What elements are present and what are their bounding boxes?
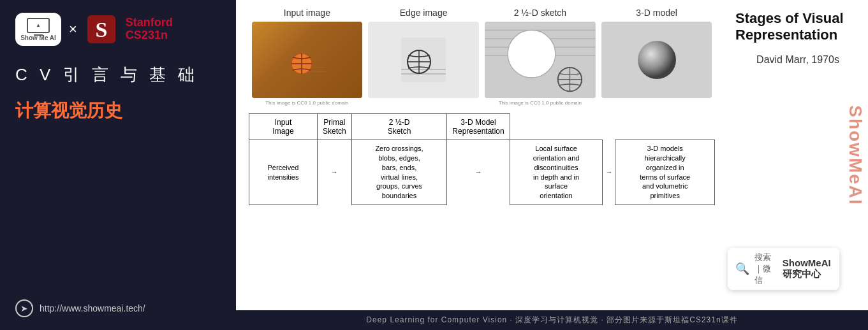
basketball-svg [288,41,326,79]
sidebar-title: C V 引 言 与 基 础 [15,64,221,86]
footer-text: Deep Learning for Computer Vision · 深度学习… [366,315,737,324]
sketch-image-label: 2 ½-D sketch [514,8,566,18]
sketch-image-placeholder [485,22,596,98]
table-cell-1-1: Perceivedintensities [249,140,318,205]
table-arrow-1: → [317,140,351,205]
edge-bg [368,22,479,98]
model-bg [601,22,712,98]
stage-table: InputImage PrimalSketch 2 ½-DSketch 3-D … [249,113,715,205]
input-image-caption: This image is CC0 1.0 public domain [265,100,348,106]
svg-text:S: S [95,18,107,41]
table-header-col1: InputImage [249,114,318,140]
sidebar-url[interactable]: http://www.showmeai.tech/ [40,303,145,313]
input-image-placeholder [252,22,363,98]
stages-title: Stages of Visual Representation [735,10,860,44]
table-arrow-3: → [603,140,615,205]
stanford-badge: S [85,13,118,46]
table-arrow-2: → [447,140,510,205]
stanford-info: Stanford CS231n [126,17,173,43]
sidebar-bottom: ➤ http://www.showmeai.tech/ [15,299,221,317]
model-image-label: 3-D model [636,8,677,18]
table-cell-1-4: 3-D modelshierarchicallyorganized interm… [615,140,715,205]
table-header-row: InputImage PrimalSketch 2 ½-DSketch 3-D … [249,114,715,140]
model-image-col: 3-D model [598,8,715,106]
input-image-label: Input image [284,8,330,18]
sketch-image-caption: This image is CC0 1.0 public domain [499,100,582,106]
table-cell-1-2: Zero crossings,blobs, edges,bars, ends,v… [351,140,447,205]
model-image-caption: . [656,100,658,106]
footer: Deep Learning for Computer Vision · 深度学习… [236,310,868,330]
edge-image-caption: . [423,100,424,106]
david-marr-text: David Marr, 1970s [735,54,860,66]
svg-point-14 [508,30,555,78]
sidebar-subtitle: 计算视觉历史 [15,99,221,123]
input-image-col: Input image [249,8,365,106]
watermark-text: ShowMeAI [845,105,865,206]
table-section: InputImage PrimalSketch 2 ½-DSketch 3-D … [236,111,728,310]
wechat-search-icon: 🔍 [735,262,749,276]
table-header-col3: 2 ½-DSketch [351,114,447,140]
arrow-icon: ➤ [15,299,33,317]
model-svg [631,34,682,85]
monitor-icon [27,18,50,33]
sketch-svg [485,22,596,98]
table-header-col4: 3-D ModelRepresentation [447,114,510,140]
edge-image-label: Edge image [400,8,448,18]
x-separator: × [69,21,77,38]
stanford-course: CS231n [126,29,168,42]
model-image-placeholder [601,22,712,98]
edge-image-placeholder [368,22,479,98]
table-content-row: Perceivedintensities → Zero crossings,bl… [249,140,715,205]
svg-point-16 [638,41,676,79]
edge-svg [401,38,446,82]
images-row: Input image [236,0,728,111]
table-cell-1-3: Local surfaceorientation anddiscontinuit… [510,140,603,205]
stanford-s-icon: S [85,13,118,46]
wechat-search-text: 搜索｜微信 [754,252,777,286]
watermark: ShowMeAI [842,0,868,310]
right-panel: Stages of Visual Representation David Ma… [728,0,868,310]
wechat-brand: ShowMeAI 研究中心 [783,257,832,280]
sketch-image-col: 2 ½-D sketch [482,8,599,106]
sidebar: Show Me AI × S Stanford CS231n C V 引 言 与… [0,0,236,330]
stanford-name: Stanford [126,17,173,29]
table-header-col2: PrimalSketch [317,114,351,140]
showmeai-logo: Show Me AI [15,13,61,46]
basketball-bg [252,22,363,98]
edge-image-col: Edge image [365,8,482,106]
sketch-bg [485,22,596,98]
logo-area: Show Me AI × S Stanford CS231n [15,13,221,46]
wechat-badge: 🔍 搜索｜微信 ShowMeAI 研究中心 [728,248,839,290]
